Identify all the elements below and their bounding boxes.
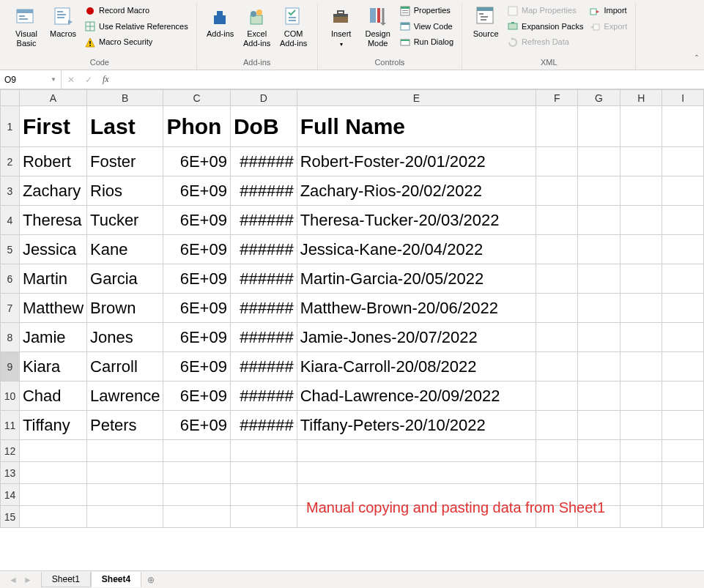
column-header[interactable]: G (578, 90, 620, 106)
cell[interactable] (87, 440, 163, 462)
cell[interactable] (230, 484, 297, 506)
cell[interactable] (536, 352, 578, 382)
cell[interactable] (662, 323, 704, 352)
new-sheet-button[interactable]: ⊕ (141, 573, 160, 587)
row-header[interactable]: 3 (1, 176, 20, 206)
cell[interactable] (662, 147, 704, 176)
row-header[interactable]: 4 (1, 206, 20, 235)
cell[interactable]: 6E+09 (163, 382, 230, 411)
cell[interactable] (163, 440, 230, 462)
cell[interactable] (620, 106, 662, 147)
cell[interactable] (662, 106, 704, 147)
cell[interactable]: Kane (87, 235, 163, 264)
cell[interactable]: Garcia (87, 264, 163, 294)
row-header[interactable]: 8 (1, 323, 20, 352)
column-header[interactable]: H (620, 90, 662, 106)
cell[interactable] (536, 323, 578, 352)
cell[interactable] (578, 323, 620, 352)
cell[interactable] (620, 206, 662, 235)
column-header[interactable]: A (19, 90, 86, 106)
sheet-tab-sheet4[interactable]: Sheet4 (91, 572, 141, 587)
cell[interactable]: Matthew-Brown-20/06/2022 (297, 294, 536, 323)
cancel-formula-icon[interactable]: ✕ (64, 75, 78, 85)
cell[interactable]: 6E+09 (163, 294, 230, 323)
cell[interactable]: DoB (230, 106, 297, 147)
cell[interactable]: 6E+09 (163, 352, 230, 382)
cell[interactable] (578, 176, 620, 206)
cell[interactable] (19, 440, 86, 462)
cell[interactable] (620, 147, 662, 176)
cell[interactable] (163, 484, 230, 506)
cell[interactable]: 6E+09 (163, 323, 230, 352)
cell[interactable] (87, 462, 163, 484)
cell[interactable]: Phon (163, 106, 230, 147)
cell[interactable] (87, 506, 163, 528)
cell[interactable]: Lawrence (87, 382, 163, 411)
cell[interactable]: Tucker (87, 206, 163, 235)
cell[interactable] (662, 206, 704, 235)
cell[interactable] (536, 294, 578, 323)
cell[interactable] (536, 235, 578, 264)
cell[interactable]: ###### (230, 352, 297, 382)
cell[interactable] (662, 235, 704, 264)
cell[interactable] (662, 264, 704, 294)
cell[interactable] (662, 352, 704, 382)
cell[interactable]: Full Name (297, 106, 536, 147)
cell[interactable] (662, 176, 704, 206)
cell[interactable] (536, 206, 578, 235)
cell[interactable] (662, 294, 704, 323)
expansion-packs-button[interactable]: Expansion Packs (505, 19, 585, 35)
formula-input[interactable] (115, 78, 704, 81)
cell[interactable] (620, 484, 662, 506)
addins-button[interactable]: Add-ins (203, 3, 238, 40)
cell[interactable] (536, 382, 578, 411)
cell[interactable]: Robert-Foster-20/01/2022 (297, 147, 536, 176)
cell[interactable]: Tiffany-Peters-20/10/2022 (297, 411, 536, 440)
fx-icon[interactable]: fx (100, 74, 112, 85)
relative-references-button[interactable]: Use Relative References (82, 19, 190, 35)
cell[interactable] (297, 440, 536, 462)
properties-button[interactable]: Properties (397, 3, 456, 19)
chevron-down-icon[interactable]: ▼ (51, 76, 56, 83)
cell[interactable] (578, 264, 620, 294)
row-header[interactable]: 13 (1, 462, 20, 484)
cell[interactable] (163, 462, 230, 484)
accept-formula-icon[interactable]: ✓ (82, 75, 95, 85)
column-header[interactable]: D (230, 90, 297, 106)
row-header[interactable]: 2 (1, 147, 20, 176)
column-header[interactable]: I (662, 90, 704, 106)
cell[interactable]: Rios (87, 176, 163, 206)
cell[interactable] (620, 440, 662, 462)
cell[interactable] (620, 294, 662, 323)
cell[interactable]: Zachary (19, 176, 86, 206)
spreadsheet-grid[interactable]: ABCDEFGHI1FirstLastPhonDoBFull Name2Robe… (0, 89, 704, 528)
cell[interactable]: Jessica (19, 235, 86, 264)
collapse-ribbon-icon[interactable]: ˆ (695, 54, 698, 64)
cell[interactable] (87, 484, 163, 506)
row-header[interactable]: 6 (1, 264, 20, 294)
visual-basic-button[interactable]: Visual Basic (9, 3, 44, 50)
cell[interactable] (230, 462, 297, 484)
cell[interactable]: Chad (19, 382, 86, 411)
select-all-corner[interactable] (1, 90, 20, 106)
row-header[interactable]: 9 (1, 352, 20, 382)
cell[interactable] (578, 462, 620, 484)
name-box[interactable]: O9 ▼ (0, 70, 62, 89)
cell[interactable]: 6E+09 (163, 147, 230, 176)
row-header[interactable]: 7 (1, 294, 20, 323)
cell[interactable] (578, 147, 620, 176)
cell[interactable]: ###### (230, 264, 297, 294)
cell[interactable] (620, 382, 662, 411)
cell[interactable]: ###### (230, 206, 297, 235)
column-header[interactable]: F (536, 90, 578, 106)
cell[interactable] (662, 411, 704, 440)
cell[interactable] (578, 106, 620, 147)
row-header[interactable]: 5 (1, 235, 20, 264)
row-header[interactable]: 10 (1, 382, 20, 411)
cell[interactable]: Zachary-Rios-20/02/2022 (297, 176, 536, 206)
macros-button[interactable]: Macros (45, 3, 81, 40)
cell[interactable] (662, 440, 704, 462)
cell[interactable] (536, 440, 578, 462)
cell[interactable]: Kiara-Carroll-20/08/2022 (297, 352, 536, 382)
cell[interactable]: ###### (230, 382, 297, 411)
